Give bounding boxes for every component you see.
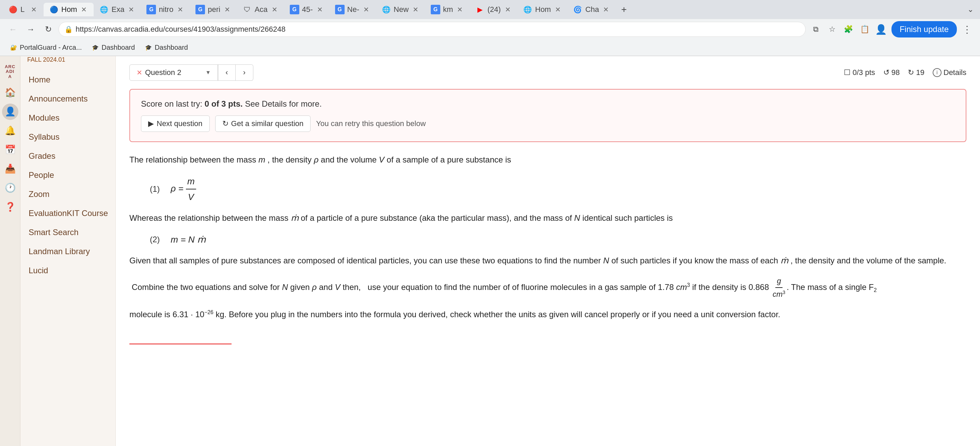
tab-13-icon: 🌀 [573, 5, 582, 14]
new-tab-button[interactable]: + [616, 3, 632, 16]
sidebar-item-announcements[interactable]: Announcements [21, 89, 115, 108]
sidebar-item-people[interactable]: People [21, 166, 115, 185]
tab-4[interactable]: G nitro ✕ [141, 3, 190, 16]
bookmark-portalguard-icon: 🔐 [10, 44, 18, 52]
tab-10[interactable]: G km ✕ [425, 3, 469, 16]
para3: Given that all samples of pure substance… [129, 254, 966, 268]
tab-2-icon: 🔵 [49, 5, 59, 14]
tab-3-close[interactable]: ✕ [127, 5, 135, 14]
tab-12-close[interactable]: ✕ [554, 5, 562, 14]
next-question-icon: ▶ [148, 119, 154, 128]
sidebar-item-smart-search[interactable]: Smart Search [21, 223, 115, 242]
sidebar-profile-icon[interactable]: 👤 [2, 104, 18, 120]
next-question-label: Next question [157, 119, 203, 128]
tab-6[interactable]: 🛡 Aca ✕ [237, 3, 284, 16]
tab-5[interactable]: G peri ✕ [190, 3, 237, 16]
tab-11[interactable]: ▶ (24) ✕ [469, 3, 517, 16]
sidebar-item-evaluationkit[interactable]: EvaluationKIT Course [21, 204, 115, 223]
prev-question-button[interactable]: ‹ [218, 64, 235, 81]
sidebar-notifications-icon[interactable]: 🔔 [2, 123, 18, 139]
sidebar-edge: ARCADIA 🏠 👤 🔔 📅 📥 🕐 ❓ [0, 56, 21, 446]
content-area: ✕ Question 2 ▼ ‹ › ☐ 0/3 pts ↺ 98 [116, 56, 980, 446]
tab-expand-button[interactable]: ⌄ [964, 3, 977, 16]
equation-2: (2) m = N ṁ [150, 232, 966, 247]
sidebar-history-icon[interactable]: 🕐 [2, 180, 18, 196]
eq1-fraction: m V [186, 174, 196, 204]
tab-7-close[interactable]: ✕ [316, 5, 324, 14]
refresh-badge: ↻ 19 [908, 68, 924, 77]
para1: The relationship between the mass m , th… [129, 153, 966, 167]
tab-2[interactable]: 🔵 Hom ✕ [44, 3, 94, 16]
tab-11-close[interactable]: ✕ [504, 5, 512, 14]
bookmark-dashboard-2[interactable]: 🎓 Dashboard [140, 41, 192, 54]
reload-button[interactable]: ↻ [41, 22, 56, 37]
eq1-denominator: V [186, 190, 195, 204]
tab-3[interactable]: 🌐 Exa ✕ [94, 3, 141, 16]
tab-1-close[interactable]: ✕ [30, 5, 38, 14]
forward-button[interactable]: → [23, 22, 38, 37]
tab-9-close[interactable]: ✕ [411, 5, 420, 14]
refresh-display: 19 [916, 68, 924, 77]
sidebar-calendar-icon[interactable]: 📅 [2, 142, 18, 158]
eq1-numerator: m [186, 174, 196, 190]
tab-9[interactable]: 🌐 New ✕ [376, 3, 425, 16]
question-x-icon: ✕ [137, 68, 142, 76]
eq1-number: (1) [150, 182, 160, 196]
tab-7[interactable]: G 45- ✕ [284, 3, 329, 16]
sidebar-inbox-icon[interactable]: 📥 [2, 161, 18, 177]
tab-1[interactable]: 🔴 L ✕ [3, 3, 44, 16]
cast-icon[interactable]: 📋 [858, 22, 872, 37]
bookmarks-bar: 🔐 PortalGuard - Arca... 🎓 Dashboard 🎓 Da… [0, 40, 980, 56]
question-chevron-icon: ▼ [205, 70, 211, 76]
sidebar-home-icon[interactable]: 🏠 [2, 84, 18, 101]
lock-icon: 🔒 [64, 25, 73, 33]
tab-8[interactable]: G Ne- ✕ [329, 3, 376, 16]
details-button[interactable]: i Details [933, 68, 966, 77]
sidebar-item-syllabus[interactable]: Syllabus [21, 127, 115, 147]
sidebar-item-grades[interactable]: Grades [21, 147, 115, 166]
tab-7-title: 45- [302, 5, 313, 14]
sidebar-item-modules[interactable]: Modules [21, 108, 115, 127]
tab-2-close[interactable]: ✕ [80, 5, 88, 14]
sidebar-item-lucid[interactable]: Lucid [21, 261, 115, 280]
underline-decoration [129, 328, 966, 345]
sidebar-help-icon[interactable]: ❓ [2, 199, 18, 215]
sidebar-item-zoom[interactable]: Zoom [21, 185, 115, 204]
tab-4-close[interactable]: ✕ [176, 5, 185, 14]
tab-bar: 🔴 L ✕ 🔵 Hom ✕ 🌐 Exa ✕ G nitro ✕ G peri ✕… [0, 0, 980, 19]
score-bold: 0 of 3 pts. [205, 99, 243, 108]
back-button[interactable]: ← [5, 22, 21, 37]
tab-11-icon: ▶ [475, 5, 485, 14]
open-tab-icon[interactable]: ⧉ [808, 22, 823, 37]
extensions-icon[interactable]: 🧩 [841, 22, 856, 37]
score-actions: ▶ Next question ↻ Get a similar question… [141, 116, 955, 132]
eq2-formula: m = N ṁ [170, 232, 205, 247]
eq2-number: (2) [150, 233, 160, 247]
question-dropdown[interactable]: ✕ Question 2 ▼ [129, 64, 218, 81]
bookmark-icon[interactable]: ☆ [825, 22, 840, 37]
similar-question-button[interactable]: ↻ Get a similar question [215, 116, 311, 132]
tab-12[interactable]: 🌐 Hom ✕ [518, 3, 568, 16]
profile-avatar[interactable]: 👤 [874, 22, 889, 37]
tab-5-close[interactable]: ✕ [223, 5, 232, 14]
tab-6-icon: 🛡 [242, 5, 252, 14]
tab-8-close[interactable]: ✕ [362, 5, 371, 14]
para2: Whereas the relationship between the mas… [129, 211, 966, 225]
sidebar-item-landman-library[interactable]: Landman Library [21, 242, 115, 261]
tab-13[interactable]: 🌀 Cha ✕ [568, 3, 616, 16]
bookmark-dashboard-2-icon: 🎓 [145, 44, 153, 52]
bookmark-portalguard[interactable]: 🔐 PortalGuard - Arca... [5, 41, 86, 54]
address-bar[interactable]: 🔒 https://canvas.arcadia.edu/courses/419… [59, 22, 806, 37]
next-question-button[interactable]: › [235, 64, 253, 81]
finish-update-button[interactable]: Finish update [891, 21, 957, 37]
next-question-button[interactable]: ▶ Next question [141, 116, 210, 132]
tab-10-icon: G [431, 5, 440, 14]
tab-13-close[interactable]: ✕ [602, 5, 610, 14]
sidebar-term: FALL 2024.01 [21, 56, 115, 67]
bookmark-dashboard-1[interactable]: 🎓 Dashboard [87, 41, 139, 54]
tab-9-icon: 🌐 [381, 5, 391, 14]
more-options-button[interactable]: ⋮ [959, 22, 975, 37]
sidebar-item-home[interactable]: Home [21, 70, 115, 89]
tab-10-close[interactable]: ✕ [456, 5, 464, 14]
tab-6-close[interactable]: ✕ [270, 5, 279, 14]
